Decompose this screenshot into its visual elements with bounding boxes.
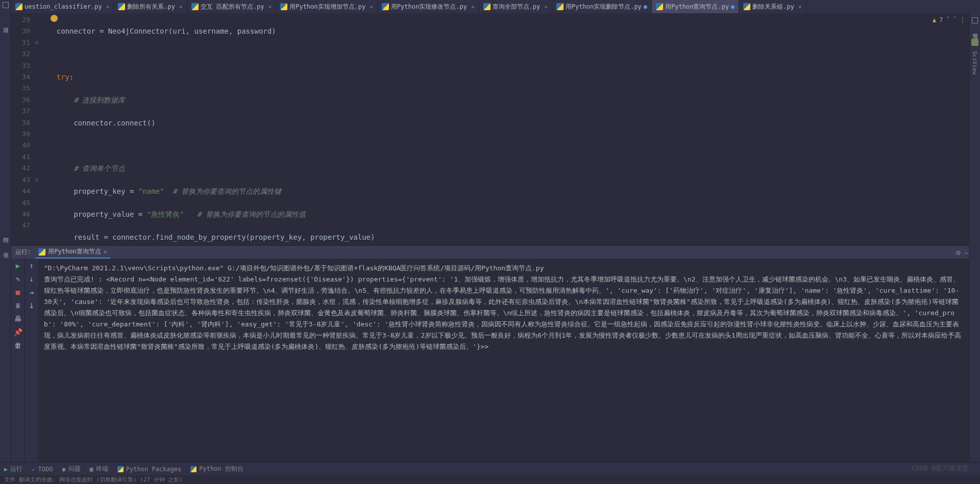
run-tool-col-1: ▶ ✎ ■ ≣ 🖶 📌 🗑	[11, 259, 24, 471]
bottom-todo[interactable]: ✓TODO	[32, 466, 53, 473]
tab-label: uestion_classifier.py	[24, 3, 102, 10]
python-icon	[382, 3, 389, 10]
tab-7[interactable]: 用Python查询节点.py●	[652, 0, 739, 13]
console-output[interactable]: "D:\PyCharm 2021.2.1\venv\Scripts\python…	[38, 259, 969, 471]
tab-4[interactable]: 用Python实现修改节点.py×	[378, 0, 479, 13]
run-tab-label: 用Python查询节点	[48, 247, 101, 256]
down-icon[interactable]: ↓	[29, 275, 33, 283]
pin-icon[interactable]: 📌	[14, 328, 22, 336]
close-icon[interactable]: ×	[798, 4, 802, 10]
tab-label: 用Python实现删除节点.py	[566, 3, 642, 11]
tab-label: 删除所有关系.py	[127, 3, 175, 11]
bottom-problems[interactable]: ◉问题	[62, 465, 80, 473]
nav-down-icon[interactable]: ˇ	[953, 16, 957, 23]
tab-2[interactable]: 交互 匹配所有节点.py×	[187, 0, 277, 13]
run-label: 运行:	[15, 248, 31, 257]
bottom-pypkg[interactable]: Python Packages	[117, 466, 181, 473]
python-icon	[483, 3, 491, 10]
intention-bulb-icon[interactable]	[51, 15, 58, 22]
terminal-icon: ▣	[90, 466, 93, 473]
warning-icon: ▲	[933, 16, 936, 23]
editor-tabs: uestion_classifier.py× 删除所有关系.py× 交互 匹配所…	[0, 0, 980, 13]
nav-up-icon[interactable]: ˆ	[946, 16, 950, 23]
tab-6[interactable]: 用Python实现删除节点.py●	[552, 0, 652, 13]
check-icon: ✓	[32, 466, 35, 473]
layout-icon[interactable]: ≣	[16, 301, 20, 310]
modified-icon: ●	[644, 3, 647, 10]
console-cmd: "D:\PyCharm 2021.2.1\venv\Scripts\python…	[44, 263, 963, 274]
more-icon[interactable]: ⋮	[960, 16, 966, 23]
run-panel: ▶ ✎ ■ ≣ 🖶 📌 🗑 ↑ ↓ ⇥ ⤓ "D:\PyCharm 2021.2…	[11, 259, 969, 471]
tab-label: 交互 匹配所有节点.py	[201, 3, 264, 11]
play-icon: ▶	[4, 466, 8, 473]
wrap-icon[interactable]: ⇥	[29, 288, 33, 296]
close-icon[interactable]: ×	[370, 4, 373, 10]
python-icon	[656, 3, 663, 10]
tab-1[interactable]: 删除所有关系.py×	[114, 0, 187, 13]
edit-icon[interactable]: ✎	[16, 275, 20, 283]
console-body: 查询节点已完成! : <Record n=<Node element_id='6…	[44, 274, 963, 352]
tab-5[interactable]: 查询全部节点.py×	[479, 0, 552, 13]
run-tool-col-2: ↑ ↓ ⇥ ⤓	[24, 259, 38, 471]
notification-icon[interactable]	[972, 17, 978, 23]
python-icon	[15, 3, 22, 10]
watermark: CSDN @星川皆无恙	[912, 464, 969, 473]
bottom-terminal[interactable]: ▣终端	[90, 465, 108, 473]
tab-8[interactable]: 删除关系链.py×	[739, 0, 806, 13]
inspection-bar[interactable]: ▲ 7 ˆ ˇ ⋮	[933, 16, 966, 23]
up-icon[interactable]: ↑	[29, 262, 33, 270]
close-icon[interactable]: ×	[268, 4, 272, 10]
tab-label: 用Python实现增加节点.py	[289, 3, 365, 11]
python-icon	[38, 248, 45, 256]
run-tab[interactable]: 用Python查询节点 ×	[35, 246, 110, 259]
gear-icon[interactable]: ⚙	[956, 248, 960, 257]
close-icon[interactable]: ×	[544, 4, 548, 10]
tab-3[interactable]: 用Python实现增加节点.py×	[276, 0, 378, 13]
status-bar: 文件 翻译文档失败: 网络连接超时 (切换翻译引擎) (27 分钟 之前)	[0, 475, 980, 484]
trash-icon[interactable]: 🗑	[14, 341, 21, 349]
tab-label: 删除关系链.py	[752, 3, 794, 11]
run-panel-header: 运行: 用Python查询节点 × ⚙ —	[11, 245, 969, 259]
minimize-icon[interactable]: —	[965, 248, 969, 257]
stop-icon[interactable]: ■	[16, 288, 20, 296]
line-gutter: 293031⊟323334353637383940414243⊟44454647	[11, 13, 39, 245]
scroll-icon[interactable]: ⤓	[29, 301, 35, 310]
python-icon	[118, 3, 125, 10]
close-icon[interactable]: ×	[471, 4, 475, 10]
project-icon[interactable]	[3, 2, 9, 8]
modified-icon: ●	[731, 3, 734, 10]
python-icon	[280, 3, 287, 10]
close-icon[interactable]: ×	[179, 4, 183, 10]
tab-label: 用Python实现修改节点.py	[391, 3, 467, 11]
database-icon[interactable]	[971, 39, 978, 46]
code-editor[interactable]: ▲ 7 ˆ ˇ ⋮ 293031⊟32333435363738394041424…	[11, 13, 969, 245]
status-msg: 文件 翻译文档失败: 网络连接超时 (切换翻译引擎) (27 分钟 之前)	[4, 476, 183, 483]
tab-label: 查询全部节点.py	[493, 3, 541, 11]
python-icon	[191, 3, 199, 10]
warning-count: 7	[939, 16, 943, 23]
bottom-run[interactable]: ▶运行	[4, 465, 22, 473]
left-toolwindow-bar[interactable]: 项目 结构 书签	[0, 0, 11, 484]
circle-icon: ◉	[62, 466, 65, 473]
python-icon	[190, 466, 197, 472]
python-icon	[556, 3, 564, 10]
tab-0[interactable]: uestion_classifier.py×	[11, 0, 114, 13]
python-icon	[743, 3, 750, 10]
tab-label: 用Python查询节点.py	[665, 3, 729, 11]
close-icon[interactable]: ×	[106, 4, 110, 10]
bottom-pycon[interactable]: Python 控制台	[190, 465, 243, 473]
bottom-toolbar: ▶运行 ✓TODO ◉问题 ▣终端 Python Packages Python…	[0, 462, 980, 475]
rerun-icon[interactable]: ▶	[16, 262, 20, 270]
python-icon	[117, 466, 124, 472]
print-icon[interactable]: 🖶	[14, 315, 21, 323]
close-icon[interactable]: ×	[104, 248, 107, 256]
right-label-sciview[interactable]: SciView	[971, 51, 978, 74]
right-toolwindow-bar[interactable]: 通知 SciView	[969, 13, 980, 484]
code-area[interactable]: connector = Neo4jConnector(uri, username…	[39, 13, 969, 245]
